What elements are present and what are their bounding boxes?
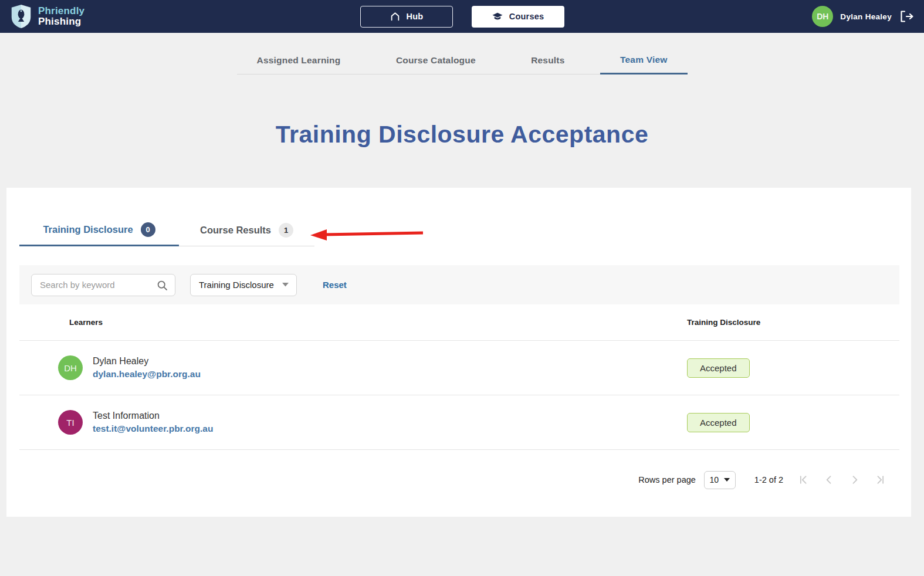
page-title: Training Disclosure Acceptance: [0, 121, 924, 148]
status-badge: Accepted: [687, 413, 750, 432]
tab-training-disclosure[interactable]: Training Disclosure 0: [19, 215, 179, 246]
column-header-learners: Learners: [19, 318, 682, 327]
learners-table: Learners Training Disclosure DH Dylan He…: [19, 304, 899, 450]
table-header: Learners Training Disclosure: [19, 304, 899, 341]
tab-course-results[interactable]: Course Results 1: [179, 215, 314, 246]
table-row: DH Dylan Healey dylan.healey@pbr.org.au …: [19, 341, 899, 395]
content-card: Training Disclosure 0 Course Results 1 T…: [6, 188, 911, 517]
filter-dropdown[interactable]: Training Disclosure: [190, 274, 297, 296]
next-page-button[interactable]: [849, 474, 861, 486]
table-row: TI Test Information test.it@volunteer.pb…: [19, 395, 899, 450]
chevron-down-icon: [282, 283, 289, 287]
tab-assigned-learning[interactable]: Assigned Learning: [237, 46, 361, 74]
brand-logo[interactable]: Phriendly Phishing: [9, 4, 84, 29]
column-header-training-disclosure: Training Disclosure: [682, 318, 899, 327]
search-box: [31, 274, 175, 296]
section-tabs: Assigned Learning Course Catalogue Resul…: [237, 46, 688, 74]
learner-cell: TI Test Information test.it@volunteer.pb…: [19, 410, 682, 435]
previous-page-button[interactable]: [823, 474, 835, 486]
user-name: Dylan Healey: [840, 12, 892, 21]
learner-name: Dylan Healey: [93, 356, 201, 367]
tab-results[interactable]: Results: [511, 46, 584, 74]
card-tabs: Training Disclosure 0 Course Results 1: [19, 215, 314, 246]
first-page-button[interactable]: [797, 474, 809, 486]
hub-button[interactable]: Hub: [360, 6, 453, 28]
status-cell: Accepted: [682, 358, 899, 378]
tab-course-results-label: Course Results: [200, 225, 271, 236]
reset-link[interactable]: Reset: [323, 280, 347, 290]
pagination: Rows per page 10 1-2 of 2: [638, 465, 886, 495]
user-menu: DH Dylan Healey: [812, 6, 915, 27]
tab-team-view[interactable]: Team View: [600, 46, 688, 74]
learner-email[interactable]: test.it@volunteer.pbr.org.au: [93, 423, 213, 434]
tab-training-disclosure-label: Training Disclosure: [43, 224, 133, 235]
pagination-range: 1-2 of 2: [754, 475, 783, 484]
brand-name: Phriendly Phishing: [38, 6, 84, 27]
filter-bar: Training Disclosure Reset: [19, 265, 899, 304]
brand-shield-icon: [9, 4, 33, 29]
tab-course-catalogue[interactable]: Course Catalogue: [376, 46, 496, 74]
logout-icon[interactable]: [899, 9, 915, 23]
learner-name: Test Information: [93, 411, 213, 421]
training-disclosure-count-badge: 0: [141, 222, 155, 237]
rows-per-page-select[interactable]: 10: [704, 471, 736, 489]
avatar: TI: [58, 410, 83, 435]
learner-cell: DH Dylan Healey dylan.healey@pbr.org.au: [19, 355, 682, 380]
rows-per-page-label: Rows per page: [638, 475, 696, 484]
learner-email[interactable]: dylan.healey@pbr.org.au: [93, 369, 201, 380]
last-page-button[interactable]: [875, 474, 886, 486]
user-avatar[interactable]: DH: [812, 6, 833, 27]
annotation-arrow-icon: [308, 228, 425, 244]
home-icon: [390, 11, 401, 22]
status-cell: Accepted: [682, 413, 899, 432]
filter-dropdown-value: Training Disclosure: [199, 280, 274, 290]
search-input[interactable]: [32, 280, 175, 290]
courses-button[interactable]: Courses: [472, 6, 564, 28]
search-icon[interactable]: [157, 280, 168, 294]
course-results-count-badge: 1: [279, 223, 293, 238]
avatar: DH: [58, 355, 83, 380]
status-badge: Accepted: [687, 358, 750, 378]
graduation-cap-icon: [492, 11, 503, 22]
caret-down-icon: [724, 478, 730, 482]
top-navbar: Phriendly Phishing Hub Courses DH Dyla: [0, 0, 924, 33]
